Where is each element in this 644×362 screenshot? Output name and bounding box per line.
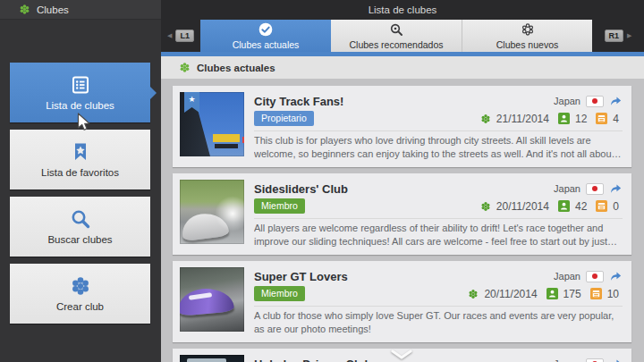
favorite-ribbon-icon: ★ <box>184 92 199 113</box>
club-flower-icon <box>70 275 91 297</box>
card-divider <box>254 218 623 219</box>
club-title-row: Sidesliders' Club Japan <box>254 180 623 198</box>
app-label: Clubes <box>37 4 69 15</box>
club-title: City Track Fans! <box>254 95 548 108</box>
club-list: ★ City Track Fans! Japan Propietario 21/… <box>161 79 644 362</box>
card-divider <box>254 306 623 307</box>
sidebar-item-lista-de-favoritos[interactable]: Lista de favoritos <box>10 130 150 189</box>
role-badge: Miembro <box>254 198 305 214</box>
l1-button[interactable]: L1 <box>175 29 194 42</box>
club-card[interactable]: ★ City Track Fans! Japan Propietario 21/… <box>173 86 631 167</box>
top-bar: Clubes Lista de clubes <box>0 0 644 20</box>
club-thumbnail <box>180 355 244 362</box>
club-region: Japan <box>554 96 580 106</box>
sidebar-item-label: Lista de favoritos <box>41 167 119 178</box>
members-count: 42 <box>575 200 587 213</box>
tab-clubes-nuevos[interactable]: Clubes nuevos <box>462 20 592 52</box>
club-flower-icon <box>480 114 491 124</box>
shoulder-right: R1 ▶ <box>592 20 644 52</box>
club-flower-icon <box>521 22 535 37</box>
events-icon <box>590 288 602 299</box>
club-thumbnail <box>180 180 244 244</box>
search-icon <box>70 208 91 230</box>
search-highlight-icon <box>389 22 403 37</box>
share-arrow-icon[interactable] <box>609 358 623 362</box>
breadcrumb-label: Clubes actuales <box>197 63 275 73</box>
events-count: 0 <box>613 200 619 213</box>
club-flower-icon <box>468 289 479 299</box>
club-region: Japan <box>554 358 580 362</box>
r1-button[interactable]: R1 <box>605 29 624 42</box>
sidebar-item-label: Buscar clubes <box>47 234 112 245</box>
club-created-date: 20/11/2014 <box>484 288 537 300</box>
page-title: Lista de clubes <box>369 4 437 15</box>
club-created-date: 21/11/2014 <box>496 113 549 125</box>
flag-dot <box>592 274 597 279</box>
sidebar-item-label: Crear club <box>56 301 104 312</box>
shoulder-left: ◀ L1 <box>161 20 200 52</box>
role-badge: Propietario <box>254 111 314 126</box>
share-arrow-icon[interactable] <box>609 95 623 108</box>
club-meta-row: Miembro 20/11/2014 42 0 <box>254 198 623 215</box>
sidebar-item-crear-club[interactable]: Crear club <box>10 264 150 324</box>
share-arrow-icon[interactable] <box>609 182 623 196</box>
sidebar-item-buscar-clubes[interactable]: Buscar clubes <box>10 197 150 257</box>
top-bar-title-section: Lista de clubes <box>161 0 644 20</box>
sidebar: Lista de clubes Lista de favoritos Busca… <box>0 20 161 362</box>
members-icon <box>558 113 570 124</box>
club-thumbnail <box>180 267 244 332</box>
japan-flag-icon <box>586 96 604 107</box>
club-description: All players are welcome regardless of th… <box>254 222 623 248</box>
members-count: 12 <box>575 113 587 125</box>
club-flower-icon <box>480 201 491 212</box>
check-circle-icon <box>258 22 273 37</box>
club-meta-row: Miembro 20/11/2014 175 10 <box>254 285 623 302</box>
tab-label: Clubes recomendados <box>349 39 443 50</box>
breadcrumb: Clubes actuales <box>161 56 644 79</box>
club-thumbnail: ★ <box>180 92 244 156</box>
flag-dot <box>592 186 597 191</box>
flag-dot <box>592 98 597 104</box>
tab-strip: ◀ L1 Clubes actuales Clubes recomendados… <box>161 20 644 52</box>
sidebar-item-lista-de-clubes[interactable]: Lista de clubes <box>10 63 150 122</box>
club-meta-row: Propietario 21/11/2014 12 4 <box>254 110 623 127</box>
club-title: Sidesliders' Club <box>254 182 548 196</box>
club-title-row: City Track Fans! Japan <box>254 92 623 110</box>
bookmark-star-icon <box>70 141 91 163</box>
card-divider <box>254 130 623 131</box>
club-card[interactable]: Super GT Lovers Japan Miembro 20/11/2014… <box>173 261 631 342</box>
tab-label: Clubes actuales <box>233 39 300 50</box>
tab-next-arrow-icon[interactable]: ▶ <box>627 32 631 39</box>
tab-clubes-actuales[interactable]: Clubes actuales <box>200 20 331 52</box>
tab-prev-arrow-icon[interactable]: ◀ <box>167 32 172 39</box>
club-flower-icon <box>179 62 191 73</box>
club-screen: Clubes Lista de clubes Lista de clubes L… <box>0 0 644 362</box>
club-region: Japan <box>554 271 580 282</box>
scroll-down-chevron-icon[interactable] <box>390 349 413 360</box>
japan-flag-icon <box>586 358 604 362</box>
club-title-row: Holyday Drivers Club Japan <box>254 355 623 362</box>
club-created-date: 20/11/2014 <box>496 200 549 213</box>
club-card-body: Super GT Lovers Japan Miembro 20/11/2014… <box>254 267 623 336</box>
club-card-body: Sidesliders' Club Japan Miembro 20/11/20… <box>254 180 623 248</box>
club-title-row: Super GT Lovers Japan <box>254 267 623 285</box>
club-flower-icon <box>19 4 30 15</box>
events-count: 4 <box>613 113 619 125</box>
main-panel: ◀ L1 Clubes actuales Clubes recomendados… <box>161 20 644 362</box>
club-card[interactable]: Sidesliders' Club Japan Miembro 20/11/20… <box>173 173 631 255</box>
sidebar-item-label: Lista de clubes <box>46 100 114 111</box>
members-icon <box>547 288 558 299</box>
club-title: Super GT Lovers <box>254 270 548 283</box>
club-description: This club is for players who love drivin… <box>254 134 623 161</box>
club-description: A club for those who simply love Super G… <box>254 309 623 336</box>
events-count: 10 <box>607 288 619 300</box>
list-icon <box>70 74 91 96</box>
tab-clubes-recomendados[interactable]: Clubes recomendados <box>331 20 462 52</box>
japan-flag-icon <box>586 183 604 195</box>
top-bar-app-section: Clubes <box>0 0 161 20</box>
japan-flag-icon <box>586 271 604 282</box>
club-card-body: Holyday Drivers Club Japan <box>254 355 623 362</box>
tab-label: Clubes nuevos <box>496 39 558 50</box>
members-icon <box>558 200 570 212</box>
share-arrow-icon[interactable] <box>609 270 623 283</box>
